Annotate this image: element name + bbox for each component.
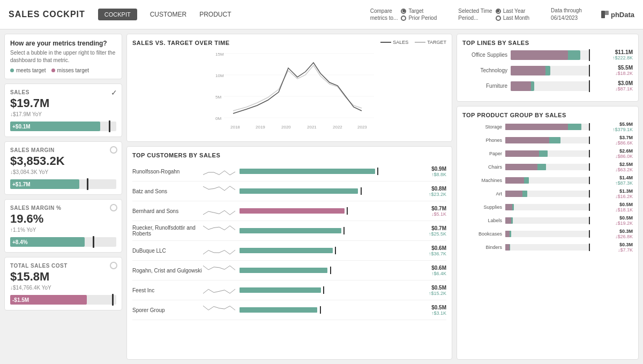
line-value: $5.5M ↓$18.2K (590, 65, 633, 76)
svg-text:2023: 2023 (357, 125, 367, 130)
circle-icon-3 (110, 262, 117, 269)
product-label: Supplies (462, 204, 505, 210)
customer-name: Sporer Group (132, 307, 202, 313)
customer-value: $0.6M ↑$6.4K (409, 265, 446, 276)
product-bar-marker (589, 244, 590, 251)
total-sales-cost-change: ↓$14,766.4K YoY (10, 285, 116, 291)
customer-value: $0.8M ↑$23.2K (409, 186, 446, 197)
nav-product[interactable]: PRODUCT (199, 11, 231, 18)
total-sales-cost-label: TOTAL SALES COST (10, 263, 116, 269)
product-main-value: $0.3M (619, 242, 633, 247)
customer-bar-marker (377, 168, 378, 175)
customer-row: Ruecker, Runolfsdottir and Roberts $0.7M… (132, 221, 446, 241)
sales-value: $19.7M (10, 96, 116, 110)
product-bar-marker (589, 190, 590, 198)
product-row: Binders $0.3M ↓$7.7K (462, 242, 633, 253)
top-products-card: TOP PRODUCT GROUP BY SALES Storage $5.9M… (457, 106, 639, 360)
radio-prior[interactable] (401, 16, 406, 21)
product-main-value: $3.7M (619, 135, 633, 140)
sales-card: ✓ SALES $19.7M ↓$17.9M YoY +$0.1M (4, 84, 122, 137)
product-bar-marker (589, 217, 590, 224)
customer-main-value: $0.8M (409, 186, 446, 192)
sparkline (202, 242, 240, 259)
lines-row: Office Supplies $11.1M ↑$222.8K (462, 49, 633, 60)
line-delta: ↓$87.1K (593, 86, 633, 92)
legend-misses-dot (51, 69, 55, 72)
product-label: Labels (462, 218, 505, 223)
line-delta: ↑$222.8K (593, 55, 633, 60)
radio-target[interactable] (401, 9, 406, 14)
line-label: Technology (462, 67, 511, 73)
nav-customer[interactable]: CUSTOMER (150, 11, 186, 18)
customer-bar (240, 307, 317, 313)
product-delta: ↑$379.1K (593, 127, 633, 132)
product-bar-rose (505, 137, 549, 143)
customer-row: DuBuque LLC $0.6M ↑$36.7K (132, 241, 446, 261)
app-title: SALES COCKPIT (9, 10, 85, 19)
svg-text:2018: 2018 (230, 125, 240, 130)
time-last-month[interactable]: Last Month (496, 15, 529, 21)
mid-panel: SALES VS. TARGET OVER TIME SALES TARGET … (126, 34, 452, 360)
svg-text:2021: 2021 (307, 125, 317, 130)
radio-last-month[interactable] (496, 16, 501, 21)
product-label: Binders (462, 245, 505, 250)
sales-margin-pct-change: ↑1.1% YoY (10, 227, 116, 233)
product-bar-track (505, 217, 590, 224)
customer-delta: ↑$8.8K (409, 172, 446, 177)
svg-text:2020: 2020 (281, 125, 291, 130)
line-label: Furniture (462, 83, 511, 89)
total-sales-cost-value: $15.8M (10, 270, 116, 284)
product-bar-track (505, 177, 590, 184)
customer-row: Batz and Sons $0.8M ↑$23.2K (132, 181, 446, 201)
customer-delta: ↓$5.1K (409, 211, 446, 217)
customer-bar-area (240, 207, 409, 215)
compare-target[interactable]: Target (401, 8, 437, 14)
customer-bar-marker (343, 227, 345, 234)
compare-prior[interactable]: Prior Period (401, 15, 437, 21)
line-bar-track (511, 50, 590, 60)
customer-name: Bernhard and Sons (132, 208, 202, 214)
product-value: $0.3M ↓$7.7K (590, 242, 633, 253)
customer-bar-marker (323, 286, 324, 294)
customer-delta: ↑$23.2K (409, 192, 446, 197)
sales-margin-pct-bar-label: +8.4% (12, 239, 28, 245)
circle-icon-2 (110, 204, 117, 211)
circle-icon (110, 146, 117, 154)
product-delta: ↑$87.3K (593, 180, 633, 186)
customer-delta: ↑$15.2K (409, 291, 446, 296)
sales-margin-pct-bar: +8.4% (10, 237, 116, 247)
product-bar-rose (505, 177, 524, 184)
sparkline (202, 262, 240, 278)
customer-bar-area (240, 286, 409, 294)
customers-card: TOP CUSTOMERS BY SALES Runolfsson-Rogahn… (126, 146, 452, 360)
time-last-year[interactable]: Last Year (496, 8, 529, 14)
product-row: Chairs $2.5M ↓$63.2K (462, 162, 633, 172)
product-row: Labels $0.5M ↓$19.2K (462, 215, 633, 226)
customer-bar-marker (347, 207, 348, 215)
product-delta: ↓$16.2K (593, 194, 633, 199)
radio-last-year[interactable] (496, 9, 501, 14)
sparkline (202, 203, 240, 219)
product-bar-rose (505, 124, 568, 130)
product-row: Phones $3.7M ↓$86.6K (462, 135, 633, 146)
legend-meets-dot (10, 69, 14, 72)
cockpit-button[interactable]: COCKPIT (98, 9, 137, 20)
sales-bar-label: +$0.1M (12, 124, 31, 130)
product-main-value: $0.5M (619, 215, 633, 221)
product-bar-track (505, 191, 590, 197)
product-delta: ↓$26.8K (593, 234, 633, 239)
line-bar-track (511, 81, 590, 91)
customer-bar (240, 287, 321, 293)
customer-main-value: $0.5M (409, 285, 446, 291)
left-panel: How are your metrics trending? Select a … (4, 34, 122, 360)
time-label: Selected TimePeriod... (458, 7, 492, 21)
line-bar-marker (589, 49, 590, 61)
customer-delta: ↑$36.7K (409, 251, 446, 256)
product-row: Supplies $0.5M ↓$18.1K (462, 202, 633, 213)
customer-row: Bernhard and Sons $0.7M ↓$5.1K (132, 201, 446, 221)
line-main-value: $5.5M (618, 65, 633, 71)
total-sales-cost-bar: -$1.5M (10, 295, 116, 305)
product-delta: ↓$19.2K (593, 221, 633, 226)
sales-margin-pct-label: SALES MARGIN % (10, 205, 116, 211)
sales-margin-pct-value: 19.6% (10, 212, 116, 226)
